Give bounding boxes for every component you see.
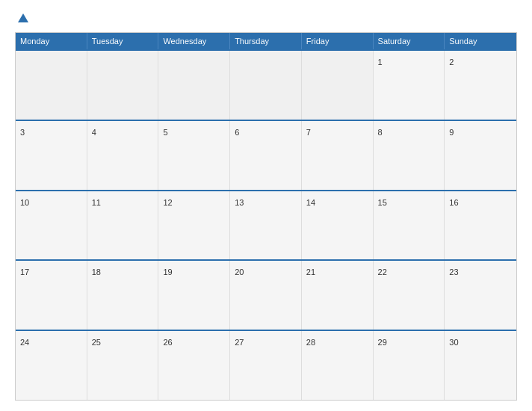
day-cell-15: 15 (374, 191, 445, 260)
page-header (15, 13, 517, 23)
day-number: 28 (306, 338, 315, 347)
day-number: 25 (92, 338, 101, 347)
day-number: 22 (378, 268, 387, 276)
day-number: 26 (163, 338, 172, 347)
day-cell-9: 9 (445, 121, 516, 190)
day-cell-17: 17 (16, 261, 87, 330)
day-cell-16: 16 (445, 191, 516, 260)
day-cell-22: 22 (374, 261, 445, 330)
day-cell-19: 19 (158, 261, 230, 330)
day-number: 14 (306, 198, 315, 207)
day-number: 4 (92, 128, 96, 137)
calendar-body: 1234567891011121314151617181920212223242… (16, 49, 516, 400)
empty-cell (302, 51, 374, 120)
day-number: 29 (378, 338, 387, 347)
day-cell-26: 26 (158, 331, 230, 400)
day-number: 1 (378, 58, 383, 67)
day-header-friday: Friday (302, 33, 374, 49)
day-cell-14: 14 (302, 191, 374, 260)
empty-cell (158, 51, 230, 120)
day-cell-12: 12 (158, 191, 230, 260)
empty-cell (87, 51, 159, 120)
day-cell-21: 21 (302, 261, 374, 330)
day-number: 21 (306, 268, 315, 276)
day-cell-25: 25 (87, 331, 159, 400)
day-header-sunday: Sunday (445, 33, 516, 49)
day-cell-27: 27 (230, 331, 302, 400)
day-number: 10 (20, 198, 29, 207)
day-number: 8 (378, 128, 383, 137)
day-header-saturday: Saturday (374, 33, 445, 49)
logo-triangle-icon (18, 13, 28, 22)
calendar-week-2: 3456789 (16, 120, 516, 190)
calendar-week-1: 12 (16, 49, 516, 120)
day-number: 11 (92, 198, 101, 207)
day-header-monday: Monday (16, 33, 87, 49)
day-number: 13 (235, 198, 244, 207)
day-number: 17 (20, 268, 29, 276)
day-number: 15 (378, 198, 387, 207)
day-header-thursday: Thursday (230, 33, 302, 49)
day-number: 16 (449, 198, 458, 207)
day-cell-24: 24 (16, 331, 87, 400)
day-cell-7: 7 (302, 121, 374, 190)
empty-cell (230, 51, 302, 120)
day-number: 19 (163, 268, 172, 276)
day-number: 5 (163, 128, 167, 137)
day-cell-10: 10 (16, 191, 87, 260)
day-number: 7 (306, 128, 311, 137)
day-cell-1: 1 (374, 51, 445, 120)
day-cell-13: 13 (230, 191, 302, 260)
empty-cell (16, 51, 87, 120)
calendar-week-5: 24252627282930 (16, 330, 516, 400)
day-cell-5: 5 (158, 121, 230, 190)
day-cell-18: 18 (87, 261, 159, 330)
logo-blue-text (15, 13, 28, 23)
calendar-week-4: 17181920212223 (16, 259, 516, 330)
day-cell-4: 4 (87, 121, 159, 190)
day-number: 23 (449, 268, 458, 276)
day-number: 3 (20, 128, 25, 137)
calendar-header: MondayTuesdayWednesdayThursdayFridaySatu… (16, 33, 516, 49)
day-number: 12 (163, 198, 172, 207)
day-number: 20 (235, 268, 244, 276)
day-cell-28: 28 (302, 331, 374, 400)
day-cell-2: 2 (445, 51, 516, 120)
day-cell-29: 29 (374, 331, 445, 400)
calendar-grid: MondayTuesdayWednesdayThursdayFridaySatu… (15, 32, 517, 401)
day-cell-6: 6 (230, 121, 302, 190)
day-cell-30: 30 (445, 331, 516, 400)
day-number: 18 (92, 268, 101, 276)
day-cell-3: 3 (16, 121, 87, 190)
day-number: 6 (235, 128, 239, 137)
day-cell-23: 23 (445, 261, 516, 330)
day-number: 24 (20, 338, 29, 347)
day-number: 2 (449, 58, 454, 67)
calendar-page: MondayTuesdayWednesdayThursdayFridaySatu… (0, 0, 532, 411)
day-cell-11: 11 (87, 191, 159, 260)
day-number: 30 (449, 338, 458, 347)
calendar-week-3: 10111213141516 (16, 190, 516, 260)
day-number: 9 (449, 128, 454, 137)
day-number: 27 (235, 338, 244, 347)
day-cell-8: 8 (374, 121, 445, 190)
day-header-tuesday: Tuesday (87, 33, 159, 49)
day-cell-20: 20 (230, 261, 302, 330)
day-header-wednesday: Wednesday (158, 33, 230, 49)
logo (15, 13, 28, 23)
